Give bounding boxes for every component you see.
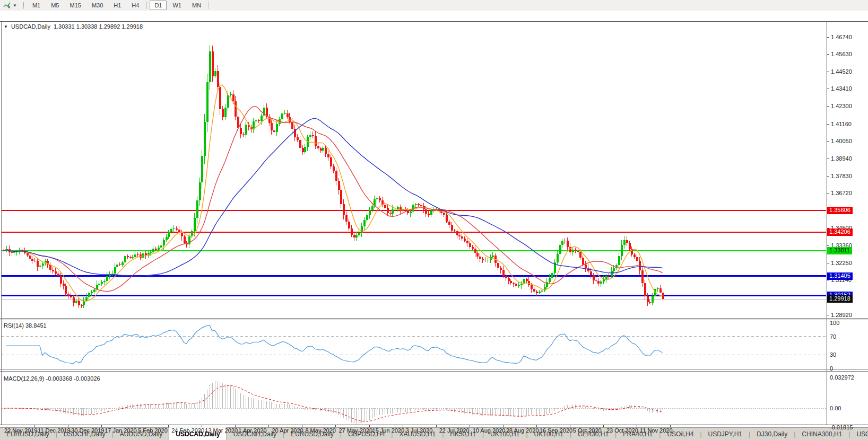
date-tick-label: 17 Jan 2020 <box>105 427 137 434</box>
macd-scale-top: 0.032972 <box>830 374 854 381</box>
date-tick-mark <box>68 425 68 427</box>
date-tick-label: 1 Apr 2020 <box>238 427 266 434</box>
dropdown-caret-icon[interactable]: ▼ <box>13 3 17 8</box>
price-tick-label: 1.46740 <box>831 34 852 40</box>
price-level-badge-1.29918: 1.29918 <box>827 295 853 303</box>
symbol-title: USDCAD,Daily <box>11 23 50 30</box>
date-tick-mark <box>302 425 302 427</box>
ohlc-values: 1.30331 1.30338 1.29892 1.29918 <box>54 23 143 30</box>
crosshair-tool-icon <box>3 2 12 9</box>
symbol-tab-usoil-h1[interactable]: USOil,H1 <box>850 428 868 440</box>
price-tick-label: 1.42300 <box>831 103 852 109</box>
timeframe-button-mn[interactable]: MN <box>187 1 206 10</box>
date-tick-label: 15 Jun 2020 <box>372 427 405 434</box>
date-tick-mark <box>637 425 637 427</box>
date-tick-label: 23 Oct 2020 <box>606 427 638 434</box>
candlesticks <box>3 45 664 308</box>
macd-scale-zero: 0.00 <box>830 405 841 411</box>
price-level-badge-1.31405: 1.31405 <box>827 272 853 280</box>
date-tick-label: 24 Feb 2020 <box>171 427 204 434</box>
price-tick-mark <box>827 280 829 280</box>
timeframe-button-h4[interactable]: H4 <box>127 1 144 10</box>
rsi-indicator-label: RSI(14) 38.8451 <box>4 322 47 329</box>
price-tick-mark <box>827 37 829 38</box>
price-tick-label: 1.28920 <box>831 312 852 318</box>
toolbar-grip <box>21 2 24 9</box>
price-tick-label: 1.38940 <box>831 155 852 162</box>
date-tick-mark <box>168 425 169 427</box>
mt4-terminal: { "toolbar": { "timeframes": ["M1","M5",… <box>0 0 868 440</box>
date-tick-mark <box>570 425 570 427</box>
timeframe-button-d1[interactable]: D1 <box>150 1 167 10</box>
date-tick-label: 30 Dec 2019 <box>71 427 104 434</box>
price-tick-label: 1.45630 <box>831 51 852 57</box>
date-tick-mark <box>335 425 336 427</box>
price-tick-label: 1.44520 <box>831 68 852 75</box>
collapse-triangle-icon[interactable]: ▼ <box>4 24 8 29</box>
slow-ma-line <box>4 119 663 276</box>
date-tick-mark <box>470 425 470 427</box>
toolbar-separator <box>146 2 147 9</box>
symbol-tab-usdjpy-h1[interactable]: USDJPY,H1 <box>702 428 749 440</box>
rsi-line <box>6 325 663 364</box>
date-tick-mark <box>403 425 403 427</box>
timeframe-button-m15[interactable]: M15 <box>65 1 85 10</box>
date-tick-label: 13 Mar 2020 <box>205 427 238 434</box>
price-tick-mark <box>827 124 829 125</box>
crosshair-tool-button[interactable]: ▼ <box>2 1 19 10</box>
date-tick-label: 22 Jul 2020 <box>439 427 470 434</box>
mid-ma-line <box>4 107 663 292</box>
symbol-tab-dj30-daily[interactable]: DJ30,Daily <box>750 428 794 440</box>
timeframe-button-m5[interactable]: M5 <box>46 1 64 10</box>
chart-title-bar[interactable]: ▼ USDCAD,Daily 1.30331 1.30338 1.29892 1… <box>4 23 143 30</box>
date-tick-mark <box>135 425 135 427</box>
rsi-scale-30: 30 <box>830 351 836 358</box>
rsi-scale-100: 100 <box>830 320 839 326</box>
timeframe-button-h1[interactable]: H1 <box>109 1 126 10</box>
panel-borders <box>0 22 868 425</box>
date-tick-label: 5 Oct 2020 <box>573 427 602 434</box>
macd-signal-line <box>4 386 663 421</box>
date-tick-mark <box>101 425 102 427</box>
date-tick-label: 27 May 2020 <box>339 427 373 434</box>
price-tick-mark <box>827 89 829 89</box>
date-tick-label: 11 Dec 2019 <box>38 427 71 434</box>
date-tick-label: 22 Nov 2019 <box>4 427 37 434</box>
price-tick-label: 1.41160 <box>831 121 852 127</box>
date-tick-label: 10 Aug 2020 <box>473 427 506 434</box>
date-tick-mark <box>235 425 236 427</box>
date-tick-mark <box>603 425 604 427</box>
price-tick-mark <box>827 106 829 107</box>
macd-histogram <box>4 381 663 424</box>
date-tick-label: 20 Apr 2020 <box>272 427 303 434</box>
chart-window[interactable]: ▼ USDCAD,Daily 1.30331 1.30338 1.29892 1… <box>0 11 868 415</box>
date-tick-label: 8 May 2020 <box>305 427 335 434</box>
timeframe-toolbar: ▼ M1M5M15M30H1H4D1W1MN <box>0 0 868 11</box>
date-tick-mark <box>369 425 370 427</box>
date-tick-label: 16 Sep 2020 <box>540 427 572 434</box>
price-tick-mark <box>827 315 829 315</box>
date-tick-label: 28 Aug 2020 <box>506 427 539 434</box>
price-tick-label: 1.37830 <box>831 173 852 179</box>
macd-scale-bottom: -0.01815 <box>830 424 853 430</box>
chart-canvas <box>0 11 868 440</box>
date-tick-mark <box>670 425 671 427</box>
price-tick-mark <box>827 72 829 72</box>
price-tick-label: 1.40050 <box>831 138 852 144</box>
support-resistance-lines <box>2 210 826 299</box>
timeframe-button-m30[interactable]: M30 <box>87 1 108 10</box>
price-tick-mark <box>827 159 829 159</box>
date-tick-label: 11 Nov 2020 <box>640 427 673 434</box>
rsi-scale-70: 70 <box>830 333 836 340</box>
macd-indicator-label: MACD(12,26,9) -0.003368 -0.003026 <box>4 375 100 382</box>
timeframe-button-w1[interactable]: W1 <box>168 1 186 10</box>
rsi-scale-0: 0 <box>830 365 833 372</box>
price-tick-mark <box>827 245 829 246</box>
date-tick-mark <box>268 425 269 427</box>
date-tick-label: 5 Feb 2020 <box>138 427 168 434</box>
price-level-badge-1.33011: 1.33011 <box>827 247 852 254</box>
timeframe-button-m1[interactable]: M1 <box>28 1 45 10</box>
price-tick-mark <box>827 176 829 177</box>
price-tick-label: 1.43410 <box>831 85 852 92</box>
timeframe-buttons: M1M5M15M30H1H4D1W1MN <box>27 1 206 10</box>
